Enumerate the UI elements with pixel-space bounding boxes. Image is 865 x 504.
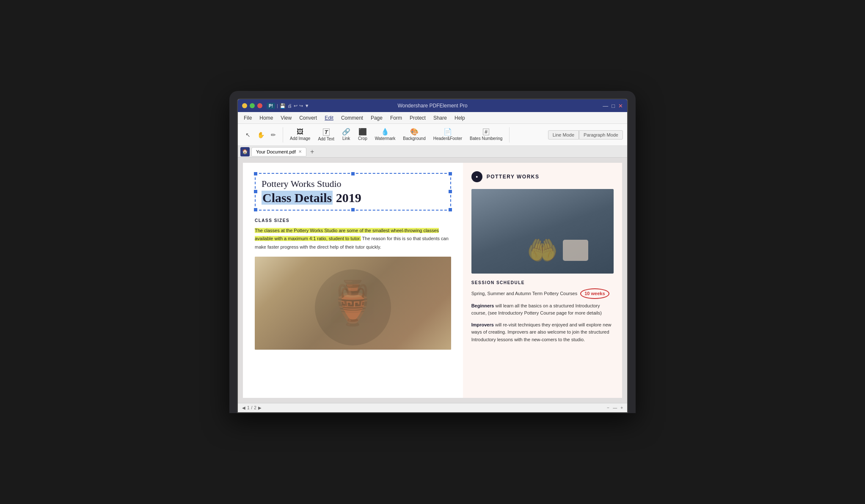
session-schedule-section: SESSION SCHEDULE Spring, Summer and Autu…: [471, 280, 614, 348]
mug-shape: [563, 240, 588, 261]
watermark-button[interactable]: 💧 Watermark: [372, 127, 399, 142]
beginners-para: Beginners will learn all the basics on a…: [471, 302, 614, 317]
handle-bm[interactable]: [351, 208, 355, 211]
handle-tm[interactable]: [351, 172, 355, 175]
home-tab-button[interactable]: 🏠: [240, 147, 250, 156]
add-text-button[interactable]: T Add Text: [314, 127, 338, 143]
handle-bl[interactable]: [254, 208, 257, 211]
page-sep: /: [251, 405, 253, 410]
pdf-title-line2: Class Details 2019: [262, 190, 444, 205]
handle-tr[interactable]: [449, 172, 452, 175]
header-footer-button[interactable]: 📄 Header&Footer: [430, 127, 466, 142]
menu-comment[interactable]: Comment: [338, 114, 366, 122]
link-button[interactable]: 🔗 Link: [339, 127, 354, 142]
add-image-label: Add Image: [290, 136, 310, 141]
window-close-icon[interactable]: ✕: [618, 103, 623, 109]
pottery-throwing-image: 🏺: [255, 257, 451, 350]
bates-numbering-button[interactable]: # Bates Numbering: [466, 127, 506, 142]
mode-switch-group: Line Mode Paragraph Mode: [548, 130, 623, 140]
class-sizes-heading: CLASS SIZES: [255, 218, 451, 223]
pdf-page: Pottery Works Studio Class Details 2019 …: [243, 163, 622, 398]
class-sizes-section: CLASS SIZES The classes at the Pottery W…: [255, 218, 451, 251]
bates-label: Bates Numbering: [470, 136, 502, 141]
add-image-icon: 🖼: [297, 129, 303, 135]
watermark-icon: 💧: [381, 129, 389, 135]
page-prev-btn[interactable]: ◀: [242, 405, 245, 410]
improvers-para: Improvers will re-visit techniques they …: [471, 321, 614, 344]
menu-home[interactable]: Home: [256, 114, 276, 122]
pdf-title-line1: Pottery Works Studio: [262, 178, 444, 190]
add-text-icon: T: [323, 129, 330, 136]
page-total: 2: [254, 405, 256, 410]
improvers-bold: Improvers: [471, 322, 494, 327]
dropdown-icon[interactable]: ▼: [305, 103, 309, 108]
doc-tab-label: Your Document.pdf: [256, 149, 296, 154]
brand-icon-symbol: ●: [476, 175, 478, 179]
select-tool[interactable]: ↖: [242, 129, 254, 141]
title-line2-part1: Class Details: [262, 191, 333, 205]
cursor-tools-group: ↖ ✋ ✏: [242, 129, 279, 141]
tab-bar: 🏠 Your Document.pdf ✕ +: [238, 146, 627, 158]
pdf-left-column: Pottery Works Studio Class Details 2019 …: [243, 163, 463, 398]
menu-form[interactable]: Form: [387, 114, 405, 122]
menu-view[interactable]: View: [277, 114, 295, 122]
pottery-wheel-circle: [315, 269, 391, 345]
document-tab[interactable]: Your Document.pdf ✕: [251, 147, 306, 156]
redo-icon[interactable]: ↪: [299, 103, 303, 109]
text-selection-box[interactable]: Pottery Works Studio Class Details 2019: [255, 173, 451, 211]
handle-mr[interactable]: [449, 190, 452, 193]
crop-label: Crop: [358, 136, 367, 141]
app-title: Wondershare PDFElement Pro: [397, 103, 467, 109]
page-next-btn[interactable]: ▶: [258, 405, 262, 410]
link-label: Link: [342, 136, 350, 141]
menu-protect[interactable]: Protect: [406, 114, 429, 122]
ribbon-sep-1: [283, 127, 283, 142]
close-button[interactable]: [257, 103, 262, 108]
minimize-button[interactable]: [242, 103, 247, 108]
brand-name-text: POTTERY WORKS: [487, 174, 540, 180]
doc-tab-close-icon[interactable]: ✕: [298, 149, 302, 154]
maximize-button[interactable]: [250, 103, 255, 108]
menu-convert[interactable]: Convert: [296, 114, 320, 122]
window-action-icons: — □ ✕: [603, 103, 623, 109]
menu-bar: File Home View Convert Edit Comment Page…: [238, 112, 627, 124]
zoom-out-btn[interactable]: −: [607, 405, 609, 410]
handle-tl[interactable]: [254, 172, 257, 175]
beginners-bold: Beginners: [471, 303, 494, 308]
page-navigation: ◀ 1 / 2 ▶: [242, 405, 262, 410]
title-line2-part2: 2019: [333, 191, 361, 205]
hands-image-bg: [471, 189, 614, 274]
status-left: ◀ 1 / 2 ▶: [242, 405, 262, 410]
line-mode-button[interactable]: Line Mode: [548, 130, 579, 140]
pdf-right-column: ● POTTERY WORKS 🤲 SESSION SCHEDULE: [463, 163, 622, 398]
ribbon-toolbar: ↖ ✋ ✏ 🖼 Add Image T Add Text 🔗 Link: [238, 124, 627, 146]
print-icon[interactable]: 🖨: [287, 103, 292, 108]
add-image-button[interactable]: 🖼 Add Image: [286, 127, 314, 142]
menu-help[interactable]: Help: [451, 114, 468, 122]
class-sizes-body: The classes at the Pottery Works Studio …: [255, 226, 451, 251]
status-right: − — +: [607, 405, 623, 410]
window-restore-icon[interactable]: □: [612, 103, 615, 109]
menu-share[interactable]: Share: [430, 114, 450, 122]
paragraph-mode-button[interactable]: Paragraph Mode: [579, 130, 623, 140]
app-icon: P!: [267, 103, 275, 109]
menu-edit[interactable]: Edit: [321, 114, 337, 122]
hand-tool[interactable]: ✋: [255, 129, 267, 141]
background-button[interactable]: 🎨 Background: [399, 127, 429, 142]
add-tab-button[interactable]: +: [308, 148, 317, 156]
undo-icon[interactable]: ↩: [294, 103, 298, 109]
page-number: 1: [247, 405, 250, 410]
handle-ml[interactable]: [254, 190, 257, 193]
window-minimize-icon[interactable]: —: [603, 103, 608, 109]
edit-tool[interactable]: ✏: [267, 129, 279, 141]
menu-file[interactable]: File: [240, 114, 255, 122]
crop-button[interactable]: ⬛ Crop: [355, 127, 371, 142]
zoom-in-btn[interactable]: +: [620, 405, 623, 410]
header-footer-label: Header&Footer: [433, 136, 462, 141]
pottery-image-bg: 🏺: [255, 257, 451, 350]
weeks-badge: 10 weeks: [580, 288, 609, 299]
menu-page[interactable]: Page: [367, 114, 386, 122]
pottery-emoji: 🏺: [326, 278, 379, 328]
handle-br[interactable]: [449, 208, 452, 211]
save-icon[interactable]: 💾: [280, 103, 286, 109]
